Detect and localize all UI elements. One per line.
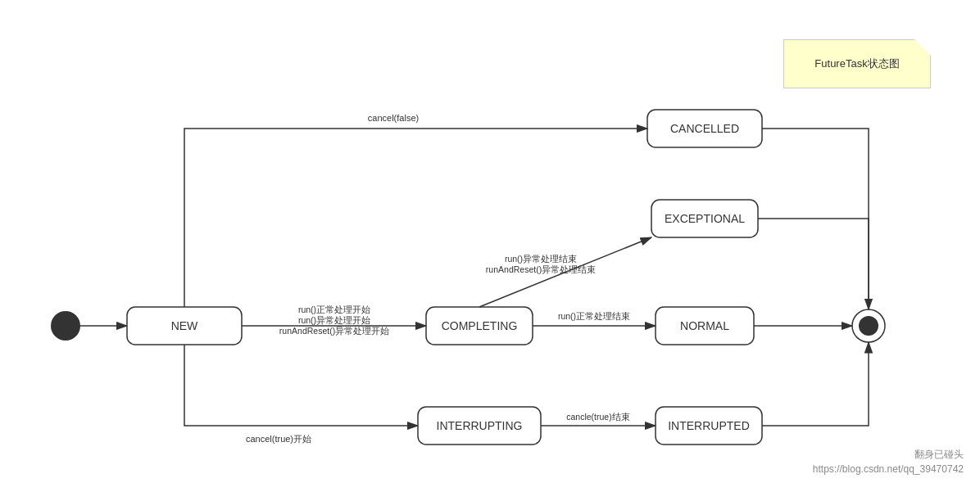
- interrupted-state-label: INTERRUPTED: [668, 419, 750, 432]
- interrupted-to-final-arrow: [762, 342, 869, 426]
- note-box: FutureTask状态图: [783, 39, 931, 88]
- watermark: 翻身已碰头 https://blog.csdn.net/qq_39470742: [813, 447, 964, 476]
- cancelled-state-label: CANCELLED: [670, 122, 739, 135]
- new-state-label: NEW: [171, 319, 198, 332]
- note-text: FutureTask状态图: [814, 56, 899, 71]
- interrupting-state-label: INTERRUPTING: [437, 419, 523, 432]
- exceptional-to-final-line: [758, 219, 869, 309]
- final-state-inner: [859, 316, 878, 336]
- exceptional-label1: run()异常处理结束: [505, 254, 577, 264]
- cancel-true-end-label: cancle(true)结束: [566, 412, 629, 422]
- watermark-line1: 翻身已碰头: [813, 447, 964, 462]
- new-to-completing-label1: run()正常处理开始: [298, 305, 370, 314]
- watermark-line2: https://blog.csdn.net/qq_39470742: [813, 462, 964, 476]
- new-to-completing-label3: runAndReset()异常处理开始: [279, 326, 389, 336]
- cancel-true-start-label: cancel(true)开始: [246, 434, 311, 444]
- completing-state-label: COMPLETING: [442, 319, 518, 332]
- cancel-false-arrow: [184, 129, 647, 307]
- new-to-completing-label2: run()异常处理开始: [298, 315, 370, 325]
- cancel-false-label: cancel(false): [368, 113, 419, 123]
- new-to-interrupting-arrow: [184, 345, 418, 426]
- exceptional-label2: runAndReset()异常处理结束: [486, 264, 596, 274]
- exceptional-state-label: EXCEPTIONAL: [665, 212, 745, 225]
- initial-state: [51, 311, 80, 341]
- completing-to-normal-label: run()正常处理结束: [558, 311, 630, 321]
- normal-state-label: NORMAL: [680, 319, 729, 332]
